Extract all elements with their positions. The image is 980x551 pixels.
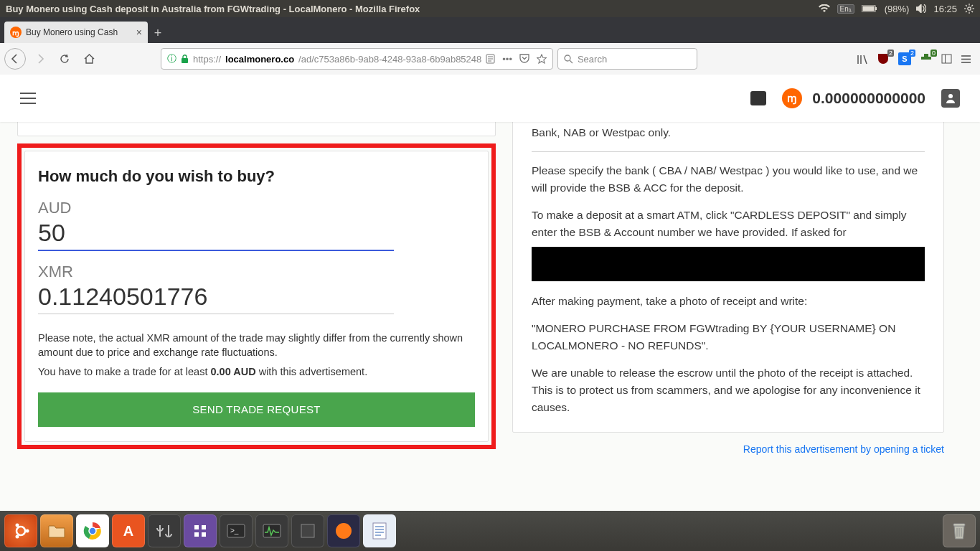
dock-chrome[interactable] [76,514,109,547]
wallet-balance[interactable]: 0.000000000000 [812,90,925,107]
battery-icon[interactable] [862,5,877,12]
svg-rect-48 [373,523,386,539]
divider [532,151,925,152]
svg-point-3 [968,7,971,10]
dock-app-generic[interactable] [291,514,324,547]
dock-document[interactable] [363,514,396,547]
dock-terminal[interactable]: >_ [220,514,253,547]
trade-note-1: Please note, the actual XMR amount of th… [38,331,475,359]
tab-close-icon[interactable]: × [136,27,142,38]
svg-line-21 [864,55,867,64]
url-bar[interactable]: ⓘ https:// localmonero.co /ad/c753a86b-9… [161,48,553,70]
svg-rect-24 [924,54,928,57]
svg-line-9 [971,11,973,12]
dock-trash[interactable] [943,514,976,547]
svg-text:>_: >_ [230,527,239,534]
wifi-icon[interactable] [819,4,830,13]
dock-ubuntu-dash[interactable] [4,514,37,547]
browser-tab-active[interactable]: ɱ Buy Monero using Cash × [4,22,148,43]
sidebar-toggle-icon[interactable] [941,54,952,64]
page-viewport: ɱ 0.000000000000 Location: Australia How… [0,75,980,511]
new-tab-button[interactable]: + [148,23,168,43]
svg-rect-53 [953,524,965,526]
page-actions-ellipsis-icon[interactable]: ••• [502,54,512,65]
chat-icon[interactable] [750,91,766,105]
ubuntu-dock: A >_ [0,511,980,551]
url-scheme: https:// [193,54,221,65]
system-tray: En₁ (98%) 16:25 [819,4,974,14]
svg-line-8 [966,5,967,6]
trade-note-2-post: with this advertisement. [256,366,368,377]
stylish-extension-icon[interactable]: S2 [898,52,911,65]
settings-gear-icon[interactable] [964,4,974,14]
monero-logo-icon: ɱ [782,88,802,108]
trade-note-2-pre: You have to make a trade for at least [38,366,210,377]
svg-rect-42 [202,532,206,537]
redacted-block [532,247,925,281]
tab-title: Buy Monero using Cash [26,27,132,37]
xmr-input[interactable] [38,283,394,314]
ublock-extension-icon[interactable]: 2 [877,52,890,65]
keyboard-layout-indicator[interactable]: En₁ [837,4,854,14]
trade-note-2-amount: 0.00 AUD [210,366,255,377]
svg-line-11 [966,11,967,12]
terms-p1: Please specify the bank ( CBA / NAB/ Wes… [532,162,925,197]
dock-system-monitor[interactable] [255,514,288,547]
home-button[interactable] [79,49,99,69]
trade-card: How much do you wish to buy? AUD XMR Ple… [24,151,489,442]
library-icon[interactable] [857,54,868,65]
svg-rect-46 [301,524,314,537]
svg-line-10 [971,5,973,6]
aud-input[interactable] [38,219,394,251]
terms-p5: We are unable to release the escrow unti… [532,364,925,416]
address-toolbar: ⓘ https:// localmonero.co /ad/c753a86b-9… [0,43,980,75]
aud-label: AUD [38,199,475,217]
os-menubar: Buy Monero using Cash deposit in Austral… [0,0,980,17]
browser-chrome: ɱ Buy Monero using Cash × + ⓘ https:// l… [0,17,980,75]
report-ad-link[interactable]: Report this advertisement by opening a t… [743,443,944,455]
browser-menu-icon[interactable] [961,55,971,64]
dock-firefox[interactable] [327,514,360,547]
svg-point-32 [17,527,25,535]
svg-line-18 [570,60,573,63]
monero-favicon-icon: ɱ [10,27,22,38]
svg-rect-25 [921,57,931,60]
dock-settings[interactable] [148,514,181,547]
search-placeholder: Search [578,54,607,65]
trade-highlight-box: How much do you wish to buy? AUD XMR Ple… [17,143,496,449]
account-icon[interactable] [941,89,960,108]
window-title: Buy Monero using Cash deposit in Austral… [6,4,819,14]
xmr-label: XMR [38,263,475,281]
trade-heading: How much do you wish to buy? [38,167,475,186]
site-info-icon[interactable]: ⓘ [167,52,176,65]
svg-point-38 [89,527,96,534]
clock[interactable]: 16:25 [933,4,957,14]
svg-rect-45 [263,524,281,537]
svg-rect-41 [194,532,199,537]
reader-mode-icon[interactable] [486,54,495,65]
volume-icon[interactable] [916,4,926,13]
green-extension-icon[interactable]: 0 [920,52,933,65]
svg-rect-1 [862,6,874,11]
reload-button[interactable] [55,49,75,69]
svg-point-34 [16,524,19,527]
battery-percent: (98%) [885,4,910,14]
svg-rect-39 [194,525,199,529]
svg-point-17 [565,55,570,61]
back-button[interactable] [4,48,26,70]
forward-button[interactable] [30,49,50,69]
send-trade-request-button[interactable]: SEND TRADE REQUEST [38,392,475,427]
svg-rect-12 [182,58,188,63]
svg-point-35 [16,535,19,539]
pocket-icon[interactable] [519,54,529,65]
dock-software-center[interactable]: A [112,514,145,547]
trade-note-2: You have to make a trade for at least 0.… [38,365,475,380]
dock-app-purple[interactable] [184,514,217,547]
terms-card: business hours deposits may only be made… [512,96,944,433]
dock-files[interactable] [40,514,73,547]
search-box[interactable]: Search [557,48,697,70]
tab-strip: ɱ Buy Monero using Cash × + [0,17,980,43]
site-menu-button[interactable] [20,93,36,104]
bookmark-star-icon[interactable] [537,54,547,65]
svg-rect-40 [202,525,206,529]
